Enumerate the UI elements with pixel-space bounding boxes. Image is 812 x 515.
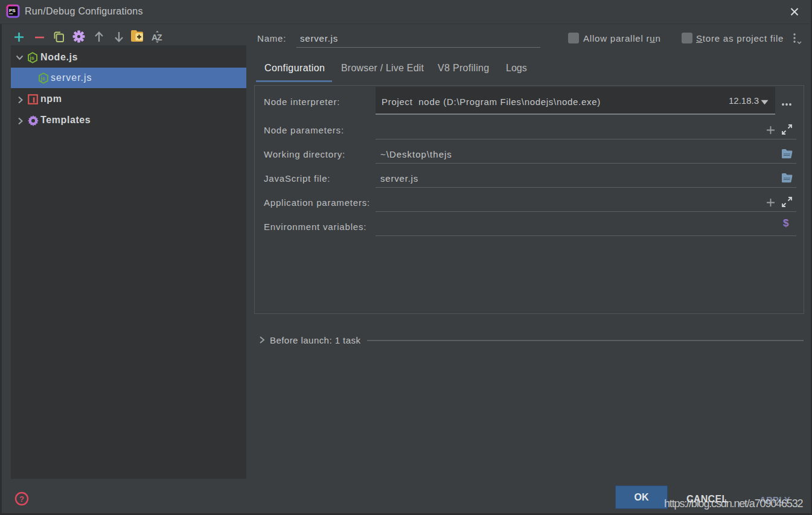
svg-text:js: js [29,55,34,61]
svg-text:?: ? [19,494,24,504]
svg-text:Z: Z [157,33,162,42]
svg-text:js: js [40,75,45,82]
svg-text:PS: PS [9,8,16,13]
